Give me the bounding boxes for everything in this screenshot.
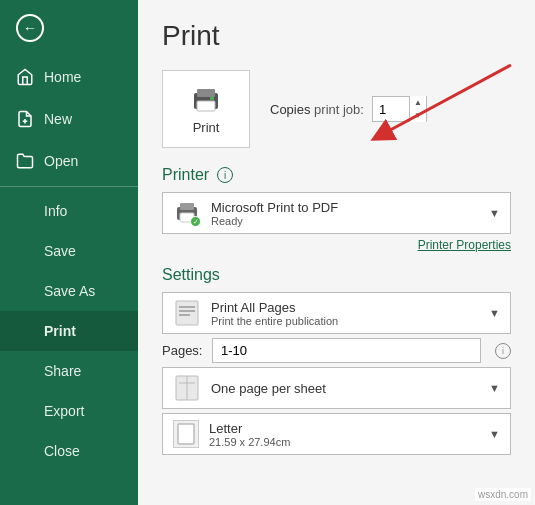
sidebar-label-close: Close [44,443,80,459]
sidebar-label-share: Share [44,363,81,379]
main-content: Print Print Copies print job: ▲ ▼ [138,0,535,505]
pages-input[interactable] [213,339,480,362]
printer-status: Ready [211,215,479,227]
sidebar-item-save-as[interactable]: Save As [0,271,138,311]
open-icon [16,152,34,170]
printer-button-icon [188,83,224,115]
printer-info-text: Microsoft Print to PDF Ready [211,200,479,227]
print-range-sub: Print the entire publication [211,315,479,327]
print-range-icon [173,299,201,327]
pages-row: Pages: i [162,338,511,363]
copies-label: Copies print job: [270,102,364,117]
sidebar-item-open[interactable]: Open [0,140,138,182]
print-range-dropdown[interactable]: Print All Pages Print the entire publica… [162,292,511,334]
sidebar-label-save: Save [44,243,76,259]
sidebar-item-info[interactable]: Info [0,191,138,231]
sidebar-label-export: Export [44,403,84,419]
sidebar-item-export[interactable]: Export [0,391,138,431]
pages-input-wrap [212,338,481,363]
printer-status-dot [190,216,201,227]
sidebar-item-save[interactable]: Save [0,231,138,271]
copies-section: Copies print job: ▲ ▼ [270,96,427,122]
print-range-dropdown-arrow: ▼ [489,307,500,319]
printer-dropdown[interactable]: Microsoft Print to PDF Ready ▼ [162,192,511,234]
paper-text: Letter 21.59 x 27.94cm [209,421,479,448]
printer-icon-wrap [173,199,201,227]
svg-rect-3 [197,89,215,97]
sidebar-label-open: Open [44,153,78,169]
paper-dropdown-arrow: ▼ [489,428,500,440]
print-top-row: Print Copies print job: ▲ ▼ [162,70,511,148]
copies-row: Copies print job: ▲ ▼ [270,96,427,122]
layout-main: One page per sheet [211,381,479,396]
svg-rect-11 [176,301,198,325]
new-icon [16,110,34,128]
layout-text: One page per sheet [211,381,479,396]
paper-icon [173,420,199,448]
printer-dropdown-arrow: ▼ [489,207,500,219]
print-button-label: Print [193,120,220,135]
spin-up-button[interactable]: ▲ [410,96,426,109]
svg-rect-4 [197,101,215,111]
print-job-label: print job: [314,102,364,117]
sidebar-label-info: Info [44,203,67,219]
printer-info-icon[interactable]: i [217,167,233,183]
printer-name: Microsoft Print to PDF [211,200,479,215]
home-icon [16,68,34,86]
spin-down-button[interactable]: ▼ [410,109,426,122]
settings-title-text: Settings [162,266,220,284]
copies-input-wrap: ▲ ▼ [372,96,427,122]
sidebar-label-home: Home [44,69,81,85]
printer-properties-link[interactable]: Printer Properties [162,238,511,252]
watermark: wsxdn.com [475,488,531,501]
back-button[interactable]: ← [0,0,138,56]
svg-rect-9 [180,203,194,210]
sidebar-item-share[interactable]: Share [0,351,138,391]
copies-spinners: ▲ ▼ [409,96,426,122]
svg-rect-18 [178,424,194,444]
page-title: Print [162,20,511,52]
layout-dropdown[interactable]: One page per sheet ▼ [162,367,511,409]
sidebar-label-new: New [44,111,72,127]
sidebar-item-print[interactable]: Print [0,311,138,351]
layout-icon [173,374,201,402]
pages-info-icon[interactable]: i [495,343,511,359]
sidebar-item-new[interactable]: New [0,98,138,140]
sidebar-item-home[interactable]: Home [0,56,138,98]
back-icon: ← [16,14,44,42]
pages-label: Pages: [162,343,204,358]
layout-dropdown-arrow: ▼ [489,382,500,394]
sidebar-divider [0,186,138,187]
printer-section-title: Printer i [162,166,511,184]
print-range-text: Print All Pages Print the entire publica… [211,300,479,327]
paper-main: Letter [209,421,479,436]
copies-input[interactable] [373,100,409,119]
printer-title-text: Printer [162,166,209,184]
sidebar-label-save-as: Save As [44,283,95,299]
sidebar: ← Home New Open Info Save Save As Print [0,0,138,505]
sidebar-item-close[interactable]: Close [0,431,138,471]
svg-rect-5 [210,97,214,100]
paper-size-dropdown[interactable]: Letter 21.59 x 27.94cm ▼ [162,413,511,455]
sidebar-label-print: Print [44,323,76,339]
paper-sub: 21.59 x 27.94cm [209,436,479,448]
print-range-main: Print All Pages [211,300,479,315]
settings-section-title: Settings [162,266,511,284]
print-button[interactable]: Print [162,70,250,148]
